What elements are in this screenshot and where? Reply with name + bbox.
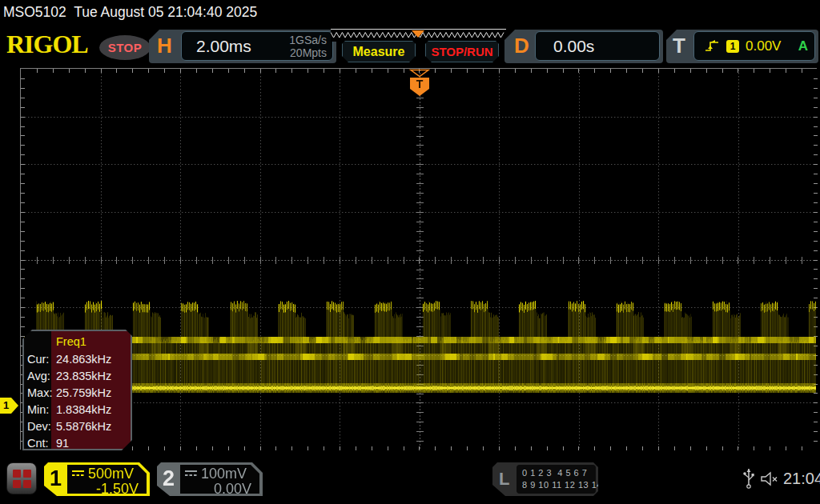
la-label: L bbox=[499, 469, 509, 490]
measure-button[interactable]: Measure bbox=[342, 41, 416, 62]
trigger-marker[interactable]: T bbox=[408, 69, 432, 99]
channel2-badge[interactable]: 2 100mV 0.00V bbox=[157, 462, 263, 496]
svg-text:T: T bbox=[416, 78, 424, 90]
stop-run-button[interactable]: STOP/RUN bbox=[425, 41, 499, 62]
trigger-panel[interactable]: T 1 0.00V A bbox=[666, 30, 818, 63]
meas-label: Dev: bbox=[27, 420, 51, 433]
measurement-panel: Freq1 Cur:24.863kHz Avg:23.835kHz Max:25… bbox=[22, 330, 132, 450]
channel2-info: 100mV 0.00V bbox=[180, 465, 259, 494]
coupling-dc-icon bbox=[72, 470, 84, 478]
meas-label: Min: bbox=[27, 403, 49, 416]
trigger-source-badge: 1 bbox=[726, 40, 739, 53]
meas-value: 5.5876kHz bbox=[56, 420, 111, 433]
measurement-title: Freq1 bbox=[56, 335, 86, 348]
model-name: MSO5102 bbox=[3, 4, 66, 20]
graticule bbox=[20, 68, 817, 450]
horizontal-panel[interactable]: H 2.00ms 1GSa/s 20Mpts bbox=[149, 30, 336, 63]
meas-value: 24.863kHz bbox=[56, 353, 111, 366]
channel1-number: 1 bbox=[50, 466, 62, 491]
meas-value: 91 bbox=[56, 437, 69, 450]
timebase-value: 2.00ms bbox=[196, 37, 251, 56]
channel1-badge[interactable]: 1 500mV -1.50V bbox=[44, 462, 150, 496]
quick-menu-button[interactable] bbox=[6, 462, 37, 494]
channel1-scale: 500mV bbox=[88, 466, 134, 482]
logic-analyzer-badge[interactable]: L 0 1 2 3 4 5 6 7 8 9 10 11 12 13 14 15 bbox=[492, 462, 598, 496]
trigger-position-icon[interactable] bbox=[412, 30, 424, 38]
channel1-info: 500mV -1.50V bbox=[67, 465, 147, 494]
meas-value: 1.8384kHz bbox=[56, 403, 111, 416]
coupling-dc-icon bbox=[185, 470, 197, 478]
titlebar: MSO5102 Tue August 05 21:04:40 2025 bbox=[3, 4, 257, 21]
d-label: D bbox=[514, 34, 529, 58]
delay-panel[interactable]: D 0.00s bbox=[504, 30, 663, 63]
clock: 21:04 bbox=[783, 470, 820, 488]
t-label: T bbox=[673, 34, 685, 58]
la-channels: 0 1 2 3 4 5 6 7 8 9 10 11 12 13 14 15 bbox=[517, 465, 596, 494]
horizontal-panel-inner: 2.00ms 1GSa/s 20Mpts bbox=[181, 31, 333, 61]
delay-panel-inner: 0.00s bbox=[535, 31, 660, 61]
trigger-level-value: 0.00V bbox=[746, 38, 781, 54]
rigol-logo: RIGOL bbox=[6, 30, 88, 59]
run-state-badge: STOP bbox=[99, 35, 151, 60]
meas-label: Cur: bbox=[27, 353, 49, 366]
meas-value: 25.759kHz bbox=[56, 386, 111, 399]
h-label: H bbox=[157, 34, 172, 58]
grid-menu-icon bbox=[13, 470, 31, 488]
memory-depth: 20Mpts bbox=[289, 46, 327, 59]
waveform-canvas bbox=[21, 69, 818, 450]
oscilloscope-screen: MSO5102 Tue August 05 21:04:40 2025 RIGO… bbox=[0, 0, 820, 504]
usb-icon bbox=[743, 466, 754, 490]
channel2-scale: 100mV bbox=[201, 466, 247, 482]
sample-rate: 1GSa/s bbox=[289, 34, 327, 46]
meas-label: Cnt: bbox=[27, 437, 49, 450]
meas-label: Max: bbox=[27, 386, 52, 399]
datetime: Tue August 05 21:04:40 2025 bbox=[74, 4, 257, 20]
trigger-slope-icon bbox=[704, 39, 720, 53]
acquisition-info: 1GSa/s 20Mpts bbox=[289, 34, 327, 59]
speaker-muted-icon bbox=[760, 471, 781, 486]
trigger-panel-inner: 1 0.00V A bbox=[693, 31, 815, 61]
la-row1: 0 1 2 3 4 5 6 7 bbox=[522, 468, 587, 478]
la-row2: 8 9 10 11 12 13 14 15 bbox=[522, 480, 616, 490]
trigger-mode: A bbox=[798, 38, 808, 54]
measure-button-label: Measure bbox=[353, 45, 405, 59]
channel1-ground-marker[interactable]: 1 bbox=[0, 398, 18, 414]
channel2-number: 2 bbox=[163, 466, 175, 491]
meas-value: 23.835kHz bbox=[56, 370, 111, 382]
titlebar-gap bbox=[66, 4, 74, 20]
delay-value: 0.00s bbox=[553, 37, 594, 56]
meas-label: Avg: bbox=[27, 370, 50, 382]
stop-run-button-label: STOP/RUN bbox=[431, 45, 492, 58]
horizontal-position-bar[interactable] bbox=[331, 29, 506, 42]
